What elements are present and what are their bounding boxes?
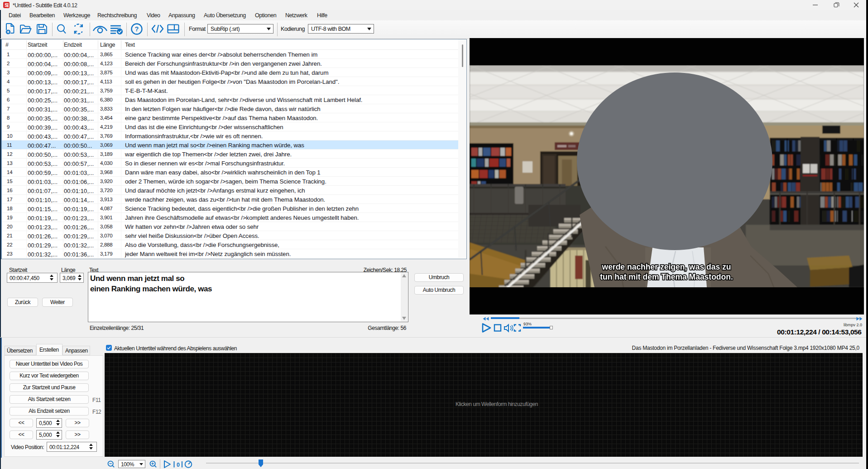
svg-text:werde nachher zeigen, was das: werde nachher zeigen, was das zu [602,262,731,271]
svg-text:0: 0 [177,462,180,468]
svg-text:?: ? [135,25,139,33]
svg-text:tun hat mit dem Thema Maastodo: tun hat mit dem Thema Maastodon. [600,272,733,281]
